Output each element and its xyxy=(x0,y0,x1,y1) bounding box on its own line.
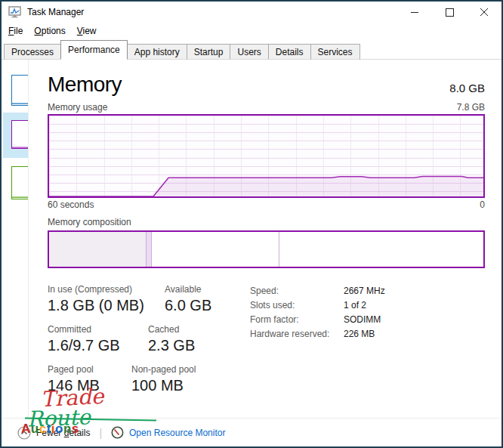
stat-value-cached: 2.3 GB xyxy=(148,337,195,354)
time-axis-right: 0 xyxy=(480,199,485,210)
composition-segment-modified xyxy=(146,232,152,267)
close-button[interactable] xyxy=(467,2,501,23)
stat-label-committed: Committed xyxy=(48,324,148,335)
task-manager-icon xyxy=(8,6,22,18)
composition-segment-in-use xyxy=(49,232,146,267)
stat-value-committed: 1.6/9.7 GB xyxy=(48,337,148,354)
usage-graph-label: Memory usage xyxy=(48,102,107,113)
stat-label-non-paged-pool: Non-paged pool xyxy=(131,364,196,375)
memory-capacity: 8.0 GB xyxy=(449,82,485,97)
stat-value-available: 6.0 GB xyxy=(165,297,211,314)
stat-value-form-factor: SODIMM xyxy=(344,314,385,325)
stat-value-speed: 2667 MHz xyxy=(344,286,385,296)
stat-row-2: Committed 1.6/9.7 GB Cached 2.3 GB xyxy=(48,324,230,354)
stat-label-available: Available xyxy=(165,284,211,295)
maximize-icon xyxy=(446,8,454,17)
memory-mini-graph-icon xyxy=(12,121,29,148)
memory-usage-graph[interactable] xyxy=(48,114,485,198)
performance-pane: Memory 8.0 GB Memory usage 7.8 GB 60 sec… xyxy=(2,60,501,418)
cpu-mini-graph-icon xyxy=(12,76,29,105)
open-resource-monitor-link[interactable]: Open Resource Monitor xyxy=(111,426,225,439)
memory-stats: In use (Compressed) 1.8 GB (0 MB) Availa… xyxy=(48,284,485,404)
footer-separator: | xyxy=(99,427,102,439)
hardware-stats: Speed: 2667 MHz Slots used: 1 of 2 Form … xyxy=(250,284,385,404)
resource-sidebar xyxy=(2,60,29,418)
stat-label-hardware-reserved: Hardware reserved: xyxy=(250,329,344,339)
stat-label-form-factor: Form factor: xyxy=(250,314,344,325)
tab-startup[interactable]: Startup xyxy=(187,44,231,60)
stat-label-paged-pool: Paged pool xyxy=(48,364,131,375)
usage-scale-max: 7.8 GB xyxy=(457,102,485,113)
stat-value-slots-used: 1 of 2 xyxy=(344,300,385,311)
resource-monitor-gauge-icon xyxy=(111,426,124,439)
tabstrip: Processes Performance App history Startu… xyxy=(2,39,501,60)
task-manager-window: Task Manager File Options View Processes… xyxy=(0,0,503,448)
tab-details[interactable]: Details xyxy=(268,44,311,60)
memory-usage-line xyxy=(49,116,483,196)
page-title: Memory xyxy=(48,73,122,97)
stat-label-cached: Cached xyxy=(148,324,195,335)
stat-row-3: Paged pool 146 MB Non-paged pool 100 MB xyxy=(48,364,230,394)
stat-label-in-use: In use (Compressed) xyxy=(48,284,165,295)
composition-segment-standby xyxy=(152,232,279,267)
stat-value-paged-pool: 146 MB xyxy=(48,377,131,394)
menu-file[interactable]: File xyxy=(8,26,23,36)
window-title: Task Manager xyxy=(27,7,84,17)
footer-bar: Fewer details | Open Resource Monitor xyxy=(2,418,501,446)
sidebar-item-memory[interactable] xyxy=(11,120,29,149)
menu-options[interactable]: Options xyxy=(34,26,65,36)
stat-value-non-paged-pool: 100 MB xyxy=(131,377,196,394)
stat-value-hardware-reserved: 226 MB xyxy=(344,329,385,339)
sidebar-item-cpu[interactable] xyxy=(11,75,29,106)
tab-users[interactable]: Users xyxy=(230,44,268,60)
stat-label-speed: Speed: xyxy=(250,286,344,296)
menubar: File Options View xyxy=(2,23,501,39)
memory-composition-bar[interactable] xyxy=(48,230,485,268)
composition-segment-free xyxy=(279,232,483,267)
sidebar-item-disk[interactable] xyxy=(11,166,29,199)
disk-mini-graph-icon xyxy=(12,167,29,199)
maximize-button[interactable] xyxy=(432,2,467,23)
memory-panel: Memory 8.0 GB Memory usage 7.8 GB 60 sec… xyxy=(29,60,501,418)
menu-view[interactable]: View xyxy=(77,26,97,36)
tab-performance[interactable]: Performance xyxy=(60,40,128,60)
tab-processes[interactable]: Processes xyxy=(4,44,61,60)
minimize-icon xyxy=(411,8,419,17)
stat-label-slots-used: Slots used: xyxy=(250,300,344,311)
composition-label: Memory composition xyxy=(48,217,485,227)
tab-services[interactable]: Services xyxy=(310,44,360,60)
time-axis-left: 60 seconds xyxy=(48,199,94,210)
close-icon xyxy=(480,8,489,17)
tab-app-history[interactable]: App history xyxy=(127,44,187,60)
fewer-details-button[interactable]: Fewer details xyxy=(17,426,90,440)
minimize-button[interactable] xyxy=(397,2,432,23)
titlebar[interactable]: Task Manager xyxy=(2,2,501,23)
stat-row-1: In use (Compressed) 1.8 GB (0 MB) Availa… xyxy=(48,284,230,314)
stat-value-in-use: 1.8 GB (0 MB) xyxy=(48,297,165,314)
chevron-up-circle-icon xyxy=(17,426,31,440)
